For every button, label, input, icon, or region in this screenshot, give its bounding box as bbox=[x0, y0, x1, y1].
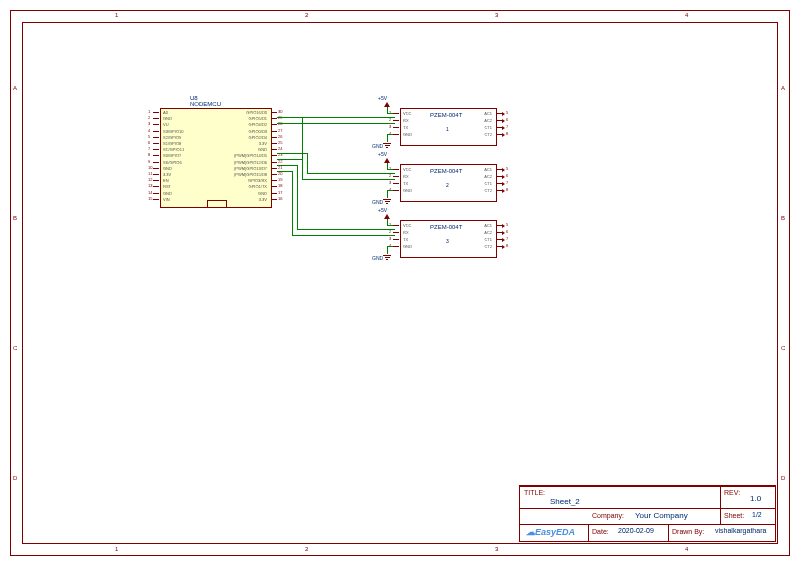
mcu-pin-num: 13 bbox=[148, 183, 152, 188]
mcu-pin-num: 9 bbox=[148, 159, 150, 164]
mcu-pin-num: 6 bbox=[148, 140, 150, 145]
pzem-pin-label: GND bbox=[403, 132, 412, 137]
pzem-pin-label: VCC bbox=[403, 111, 411, 116]
mcu-pin-tick bbox=[271, 131, 277, 132]
mcu-pin-tick bbox=[271, 118, 277, 119]
ruler-col-3-top: 3 bbox=[495, 12, 498, 18]
mcu-pin-tick bbox=[153, 180, 159, 181]
mcu-pin-tick bbox=[153, 193, 159, 194]
ruler-col-2-bot: 2 bbox=[305, 546, 308, 552]
mcu-pin-num: 14 bbox=[148, 190, 152, 195]
mcu-pin-num: 4 bbox=[148, 128, 150, 133]
pzem-pin-label: AC1 bbox=[484, 111, 492, 116]
tb-date-label: Date: bbox=[592, 528, 609, 535]
mcu-pin-num: 27 bbox=[278, 128, 282, 133]
pzem-pin-arrow bbox=[502, 168, 505, 172]
pzem-pin-tick bbox=[393, 183, 399, 184]
mcu-pin-tick bbox=[153, 199, 159, 200]
pzem-pin-num: 5 bbox=[506, 222, 508, 227]
mcu-pin-tick bbox=[153, 149, 159, 150]
tb-sheet-label: Sheet: bbox=[724, 512, 744, 519]
pzem-pin-label: GND bbox=[403, 188, 412, 193]
pzem-pin-arrow bbox=[502, 245, 505, 249]
pzem-pin-label: AC1 bbox=[484, 167, 492, 172]
ruler-row-a-l: A bbox=[13, 85, 17, 91]
title-block: TITLE: Sheet_2 REV: 1.0 Company: Your Co… bbox=[519, 485, 776, 542]
pzem-pin-tick bbox=[393, 169, 399, 170]
mcu-pin-label: 3.3V bbox=[163, 172, 171, 177]
mcu-pin-tick bbox=[271, 174, 277, 175]
pzem-pin-tick bbox=[393, 232, 399, 233]
mcu-pin-tick bbox=[271, 143, 277, 144]
pzem-pin-label: VCC bbox=[403, 167, 411, 172]
pzem-pin-label: AC2 bbox=[484, 174, 492, 179]
mcu-pin-num: 16 bbox=[278, 196, 282, 201]
mcu-pin-num: 10 bbox=[148, 165, 152, 170]
tb-title-label: TITLE: bbox=[524, 489, 545, 496]
ground-label: GND bbox=[372, 143, 383, 149]
ruler-row-c-l: C bbox=[13, 345, 17, 351]
wire bbox=[387, 225, 393, 226]
mcu-pin-num: 25 bbox=[278, 140, 282, 145]
mcu-pin-num: 8 bbox=[148, 152, 150, 157]
ruler-row-d-l: D bbox=[13, 475, 17, 481]
ruler-row-d-r: D bbox=[781, 475, 785, 481]
wire bbox=[277, 153, 307, 154]
pzem-pin-num: 7 bbox=[506, 180, 508, 185]
pzem-pin-arrow bbox=[502, 119, 505, 123]
pzem-pin-label: CT1 bbox=[484, 125, 492, 130]
pzem-pin-num: 6 bbox=[506, 173, 508, 178]
mcu-pin-label: GPIO2/D4 bbox=[249, 135, 267, 140]
ruler-row-a-r: A bbox=[781, 85, 785, 91]
mcu-pin-label: GND bbox=[163, 116, 172, 121]
pzem-pin-label: RX bbox=[403, 174, 409, 179]
mcu-pin-label: SK/GPIO6 bbox=[163, 160, 182, 165]
tb-company: Your Company bbox=[635, 511, 688, 520]
wire bbox=[387, 134, 388, 142]
pzem-pin-label: CT1 bbox=[484, 237, 492, 242]
pzem-pin-num: 8 bbox=[506, 187, 508, 192]
mcu-pin-tick bbox=[153, 168, 159, 169]
wire bbox=[387, 113, 393, 114]
tb-title: Sheet_2 bbox=[550, 497, 580, 506]
mcu-pin-num: 26 bbox=[278, 134, 282, 139]
mcu-pin-num: 11 bbox=[148, 171, 152, 176]
mcu-pin-num: 19 bbox=[278, 177, 282, 182]
mcu-pin-label: RST bbox=[163, 184, 171, 189]
wire bbox=[307, 173, 395, 174]
mcu-pin-label: GPIO0/D3 bbox=[249, 129, 267, 134]
mcu-pin-num: 12 bbox=[148, 177, 152, 182]
ruler-col-1-top: 1 bbox=[115, 12, 118, 18]
mcu-pin-label: GPIO16/D0 bbox=[246, 110, 267, 115]
pzem-pin-label: CT2 bbox=[484, 188, 492, 193]
pzem-pin-num: 8 bbox=[506, 131, 508, 136]
pzem-pin-tick bbox=[393, 176, 399, 177]
pzem-pin-tick bbox=[393, 190, 399, 191]
mcu-pin-label: GPIO3/RX bbox=[248, 178, 267, 183]
ruler-row-b-l: B bbox=[13, 215, 17, 221]
pzem-pin-tick bbox=[393, 134, 399, 135]
pzem-pin-tick bbox=[393, 225, 399, 226]
pzem-pin-tick bbox=[393, 113, 399, 114]
pzem-pin-arrow bbox=[502, 112, 505, 116]
mcu-pin-label: 3.3V bbox=[259, 197, 267, 202]
tb-company-label: Company: bbox=[592, 512, 624, 519]
pzem-pin-label: AC1 bbox=[484, 223, 492, 228]
mcu-pin-tick bbox=[271, 137, 277, 138]
mcu-pin-tick bbox=[271, 168, 277, 169]
frame-inner bbox=[22, 22, 778, 544]
mcu-pin-label: GPIO1/TX bbox=[249, 184, 267, 189]
mcu-pin-label: GPIO4/D2 bbox=[249, 122, 267, 127]
pzem-index-2: 2 bbox=[446, 182, 449, 188]
pzem-pin-arrow bbox=[502, 189, 505, 193]
mcu-pin-label: GND bbox=[163, 191, 172, 196]
ground-icon bbox=[383, 254, 391, 261]
wire bbox=[302, 159, 303, 179]
mcu-pin-tick bbox=[153, 118, 159, 119]
mcu-pin-label: S2/GPIO9 bbox=[163, 135, 181, 140]
pzem-index-3: 3 bbox=[446, 238, 449, 244]
tb-drawn: vishalkargathara bbox=[715, 527, 766, 534]
mcu-pin-num: 1 bbox=[148, 109, 150, 114]
mcu-pin-label: S1/GPIO8 bbox=[163, 141, 181, 146]
mcu-pin-label: GND bbox=[163, 166, 172, 171]
